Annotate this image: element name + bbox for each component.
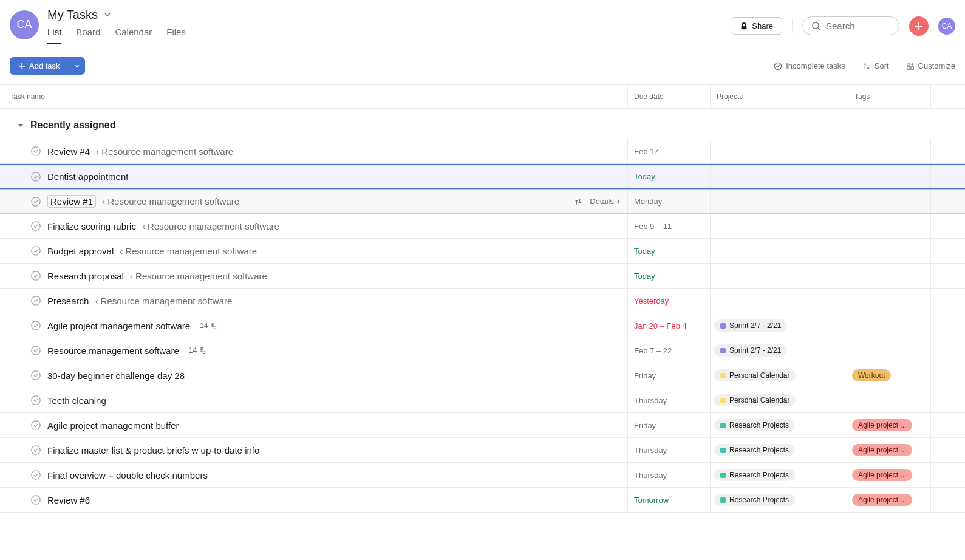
projects-cell[interactable]: Sprint 2/7 - 2/21 <box>710 338 848 363</box>
due-date-cell[interactable]: Friday <box>627 413 710 437</box>
tags-cell[interactable] <box>848 139 930 163</box>
task-name-cell[interactable]: Dentist appointment <box>0 165 627 188</box>
projects-cell[interactable]: Research Projects <box>710 463 848 487</box>
task-row[interactable]: Finalize master list & product briefs w … <box>0 438 965 463</box>
tags-cell[interactable]: Agile project ... <box>848 463 930 487</box>
projects-cell[interactable] <box>710 214 848 238</box>
search-box[interactable] <box>802 16 899 35</box>
tags-cell[interactable] <box>848 165 930 188</box>
complete-toggle-icon[interactable] <box>30 270 41 281</box>
project-pill[interactable]: Sprint 2/7 - 2/21 <box>714 319 787 332</box>
due-date-cell[interactable]: Thursday <box>627 438 710 462</box>
complete-toggle-icon[interactable] <box>30 196 41 207</box>
complete-toggle-icon[interactable] <box>30 494 41 505</box>
complete-toggle-icon[interactable] <box>30 395 41 406</box>
due-date-cell[interactable]: Thursday <box>627 463 710 487</box>
tag-pill[interactable]: Workout <box>852 369 891 381</box>
tab-calendar[interactable]: Calendar <box>115 27 152 44</box>
task-name-cell[interactable]: Teeth cleaning <box>0 388 627 412</box>
task-name-cell[interactable]: Review #1‹ Resource management softwareD… <box>0 190 627 213</box>
tab-files[interactable]: Files <box>166 27 186 44</box>
sort-button[interactable]: Sort <box>862 61 889 70</box>
due-date-cell[interactable]: Friday <box>627 363 710 388</box>
projects-cell[interactable]: Research Projects <box>710 413 848 437</box>
task-row[interactable]: Dentist appointmentToday <box>0 164 965 189</box>
task-name-cell[interactable]: Agile project management software14 <box>0 313 627 338</box>
due-date-cell[interactable]: Today <box>627 239 710 263</box>
task-name-cell[interactable]: Agile project management buffer <box>0 413 627 437</box>
due-date-cell[interactable]: Monday <box>627 190 710 213</box>
share-button[interactable]: Share <box>731 17 782 35</box>
task-row[interactable]: Resource management software14Feb 7 – 22… <box>0 338 965 363</box>
project-pill[interactable]: Research Projects <box>714 419 795 431</box>
projects-cell[interactable] <box>710 264 848 288</box>
tags-cell[interactable] <box>848 338 930 363</box>
task-row[interactable]: Budget approval‹ Resource management sof… <box>0 239 965 264</box>
task-row[interactable]: Presearch‹ Resource management softwareY… <box>0 289 965 313</box>
complete-toggle-icon[interactable] <box>30 370 41 381</box>
projects-cell[interactable]: Personal Calendar <box>710 363 848 388</box>
move-icon[interactable] <box>574 197 582 206</box>
tags-cell[interactable] <box>848 289 930 313</box>
global-add-button[interactable] <box>909 16 929 36</box>
task-name-cell[interactable]: Final overview + double check numbers <box>0 463 627 487</box>
chevron-down-icon[interactable] <box>103 10 112 19</box>
complete-toggle-icon[interactable] <box>30 220 41 231</box>
task-name-cell[interactable]: Review #4‹ Resource management software <box>0 139 627 163</box>
projects-cell[interactable]: Personal Calendar <box>710 388 848 412</box>
task-name-cell[interactable]: Presearch‹ Resource management software <box>0 289 627 313</box>
col-header-add[interactable] <box>930 85 965 108</box>
tags-cell[interactable] <box>848 214 930 238</box>
add-task-button[interactable]: Add task <box>10 57 69 75</box>
tags-cell[interactable]: Agile project ... <box>848 413 930 437</box>
col-header-name[interactable]: Task name <box>0 85 627 108</box>
add-task-dropdown[interactable] <box>69 57 85 75</box>
project-pill[interactable]: Research Projects <box>714 494 795 506</box>
complete-toggle-icon[interactable] <box>30 420 41 431</box>
project-pill[interactable]: Personal Calendar <box>714 369 796 381</box>
due-date-cell[interactable]: Thursday <box>627 388 710 412</box>
tab-board[interactable]: Board <box>76 27 100 44</box>
tags-cell[interactable]: Agile project ... <box>848 488 930 512</box>
task-name-cell[interactable]: Research proposal‹ Resource management s… <box>0 264 627 288</box>
user-avatar-small[interactable]: CA <box>938 18 955 35</box>
task-row[interactable]: Final overview + double check numbersThu… <box>0 463 965 488</box>
project-pill[interactable]: Personal Calendar <box>714 394 796 406</box>
project-pill[interactable]: Sprint 2/7 - 2/21 <box>714 344 787 357</box>
tags-cell[interactable]: Workout <box>848 363 930 388</box>
details-link[interactable]: Details <box>590 197 621 206</box>
due-date-cell[interactable]: Yesterday <box>627 289 710 313</box>
due-date-cell[interactable]: Today <box>627 264 710 288</box>
task-row[interactable]: Review #6TomorrowResearch ProjectsAgile … <box>0 488 965 513</box>
task-row[interactable]: Research proposal‹ Resource management s… <box>0 264 965 289</box>
task-row[interactable]: Review #1‹ Resource management softwareD… <box>0 189 965 214</box>
project-pill[interactable]: Research Projects <box>714 444 795 456</box>
complete-toggle-icon[interactable] <box>30 146 41 157</box>
due-date-cell[interactable]: Tomorrow <box>627 488 710 512</box>
due-date-cell[interactable]: Feb 7 – 22 <box>627 338 710 363</box>
complete-toggle-icon[interactable] <box>30 295 41 306</box>
task-name-cell[interactable]: 30-day beginner challenge day 28 <box>0 363 627 388</box>
complete-toggle-icon[interactable] <box>30 470 41 480</box>
tags-cell[interactable] <box>848 264 930 288</box>
complete-toggle-icon[interactable] <box>30 245 41 256</box>
task-row[interactable]: Review #4‹ Resource management softwareF… <box>0 139 965 164</box>
task-name-cell[interactable]: Resource management software14 <box>0 338 627 363</box>
task-name-cell[interactable]: Finalize scoring rubric‹ Resource manage… <box>0 214 627 238</box>
projects-cell[interactable]: Sprint 2/7 - 2/21 <box>710 313 848 338</box>
col-header-projects[interactable]: Projects <box>710 85 848 108</box>
projects-cell[interactable] <box>710 190 848 213</box>
section-header[interactable]: Recently assigned <box>0 109 965 139</box>
tags-cell[interactable] <box>848 388 930 412</box>
subtask-count[interactable]: 14 <box>200 321 217 330</box>
search-input[interactable] <box>826 21 890 31</box>
tag-pill[interactable]: Agile project ... <box>852 494 912 506</box>
projects-cell[interactable]: Research Projects <box>710 488 848 512</box>
task-row[interactable]: 30-day beginner challenge day 28FridayPe… <box>0 363 965 388</box>
tags-cell[interactable] <box>848 313 930 338</box>
task-name-cell[interactable]: Review #6 <box>0 488 627 512</box>
customize-button[interactable]: Customize <box>906 61 955 70</box>
tags-cell[interactable] <box>848 239 930 263</box>
tags-cell[interactable] <box>848 190 930 213</box>
complete-toggle-icon[interactable] <box>30 345 41 356</box>
